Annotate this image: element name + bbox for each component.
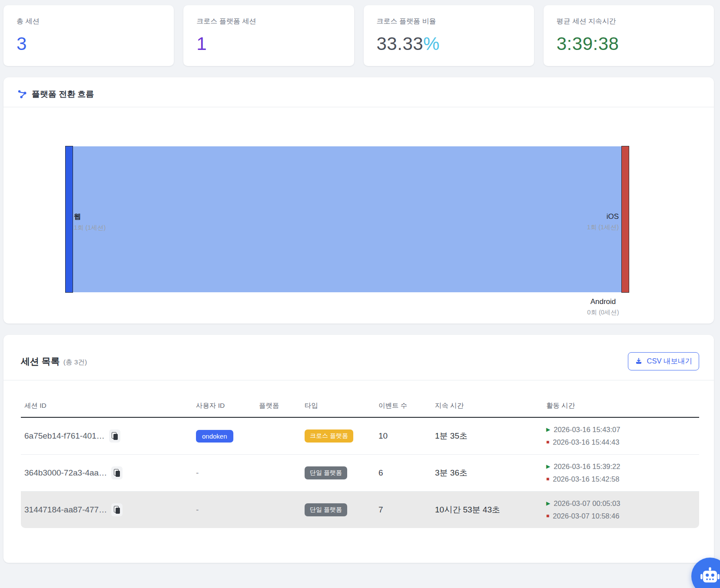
event-count: 7: [378, 505, 383, 514]
session-list-panel: 세션 목록(총 3건) CSV 내보내기 세션 ID 사용자 ID 플랫폼 타입…: [3, 335, 714, 563]
duration: 3분 36초: [435, 468, 468, 477]
branch-icon: [17, 89, 27, 99]
table-header-row: 세션 ID 사용자 ID 플랫폼 타입 이벤트 수 지속 시간 활동 시간: [21, 401, 699, 417]
type-badge-cross-platform: 크로스 플랫폼: [305, 429, 353, 443]
play-icon: ▶: [546, 497, 550, 510]
node-count: 0회 (0세션): [560, 308, 647, 317]
session-id: 6a75eb14-f761-401…: [24, 431, 105, 441]
download-icon: [635, 357, 643, 365]
csv-export-label: CSV 내보내기: [647, 357, 692, 366]
sankey-node-bar-web[interactable]: [65, 146, 73, 293]
platform-flow-title: 플랫폼 전환 흐름: [32, 89, 94, 100]
node-name: 웹: [74, 212, 106, 221]
platform-flow-header: 플랫폼 전환 흐름: [3, 89, 714, 107]
stat-value: 3: [17, 33, 161, 54]
col-duration: 지속 시간: [431, 401, 543, 417]
event-count: 10: [378, 431, 388, 440]
node-name: iOS: [587, 212, 619, 221]
col-platform: 플랫폼: [255, 401, 301, 417]
sankey-label-ios: iOS 1회 (1세션): [587, 212, 619, 231]
session-list-count: (총 3건): [63, 358, 87, 366]
activity-end: ■2026-03-07 10:58:46: [546, 510, 696, 522]
col-event-count: 이벤트 수: [375, 401, 431, 417]
stat-card-total-sessions: 총 세션 3: [3, 5, 174, 66]
copy-icon[interactable]: [109, 429, 120, 443]
activity-start: ▶2026-03-07 00:05:03: [546, 497, 696, 510]
stat-card-avg-session-duration: 평균 세션 지속시간 3:39:38: [544, 5, 714, 66]
col-user-id: 사용자 ID: [192, 401, 255, 417]
activity-end: ■2026-03-16 15:44:43: [546, 436, 696, 449]
user-id-empty: -: [196, 468, 199, 477]
session-list-title: 세션 목록: [21, 356, 60, 366]
activity-end: ■2026-03-16 15:42:58: [546, 473, 696, 486]
node-count: 1회 (1세션): [74, 224, 106, 232]
table-row[interactable]: 364b3000-72a3-4aa… - 단일 플랫폼 6 3분 36초 ▶20…: [21, 455, 699, 492]
stat-value: 1: [196, 33, 341, 54]
stat-label: 총 세션: [17, 17, 161, 26]
stat-label: 크로스 플랫폼 비율: [377, 17, 521, 26]
duration: 1분 35초: [435, 431, 468, 440]
sankey-label-android: Android 0회 (0세션): [560, 297, 647, 317]
stat-value: 33.33%: [377, 33, 521, 54]
col-activity: 활동 시간: [543, 401, 699, 417]
activity-start: ▶2026-03-16 15:43:07: [546, 423, 696, 436]
node-name: Android: [560, 297, 647, 306]
platform-flow-panel: 플랫폼 전환 흐름 웹 1회 (1세션) iOS 1회 (1세션) Androi…: [3, 77, 714, 324]
type-badge-single-platform: 단일 플랫폼: [305, 466, 347, 479]
col-type: 타입: [301, 401, 375, 417]
stop-icon: ■: [546, 473, 549, 486]
play-icon: ▶: [546, 460, 550, 473]
duration: 10시간 53분 43초: [435, 505, 500, 514]
table-row-selected[interactable]: 31447184-aa87-477… - 단일 플랫폼 7 10시간 53분 4…: [21, 492, 699, 529]
csv-export-button[interactable]: CSV 내보내기: [628, 352, 699, 370]
session-list-title-wrap: 세션 목록(총 3건): [21, 355, 87, 367]
session-id: 31447184-aa87-477…: [24, 505, 107, 515]
stop-icon: ■: [546, 510, 549, 522]
copy-icon[interactable]: [111, 466, 123, 479]
col-session-id: 세션 ID: [21, 401, 192, 417]
stat-card-cross-platform-ratio: 크로스 플랫폼 비율 33.33%: [364, 5, 534, 66]
stop-icon: ■: [546, 436, 549, 449]
user-id-badge[interactable]: ondoken: [196, 430, 233, 443]
sankey-flow-web-to-ios[interactable]: [65, 146, 629, 292]
percent-suffix: %: [423, 33, 440, 54]
event-count: 6: [378, 468, 383, 477]
copy-icon[interactable]: [111, 503, 123, 516]
play-icon: ▶: [546, 423, 550, 436]
session-table: 세션 ID 사용자 ID 플랫폼 타입 이벤트 수 지속 시간 활동 시간 6a…: [21, 401, 699, 528]
stat-label: 평균 세션 지속시간: [557, 17, 701, 26]
node-count: 1회 (1세션): [587, 223, 619, 231]
sankey-chart: 웹 1회 (1세션) iOS 1회 (1세션) Android 0회 (0세션): [3, 107, 714, 324]
user-id-empty: -: [196, 505, 199, 514]
session-id: 364b3000-72a3-4aa…: [24, 468, 107, 478]
stat-value: 3:39:38: [557, 33, 701, 54]
activity-start: ▶2026-03-16 15:39:22: [546, 460, 696, 473]
sankey-label-web: 웹 1회 (1세션): [74, 212, 106, 232]
stats-row: 총 세션 3 크로스 플랫폼 세션 1 크로스 플랫폼 비율 33.33% 평균…: [0, 0, 720, 66]
robot-icon: [700, 566, 720, 586]
session-list-header: 세션 목록(총 3건) CSV 내보내기: [3, 335, 714, 380]
stat-card-cross-platform-sessions: 크로스 플랫폼 세션 1: [183, 5, 354, 66]
stat-label: 크로스 플랫폼 세션: [196, 17, 341, 26]
table-row[interactable]: 6a75eb14-f761-401… ondoken 크로스 플랫폼 10 1분…: [21, 417, 699, 455]
sankey-node-bar-ios[interactable]: [621, 146, 629, 293]
type-badge-single-platform: 단일 플랫폼: [305, 503, 347, 516]
